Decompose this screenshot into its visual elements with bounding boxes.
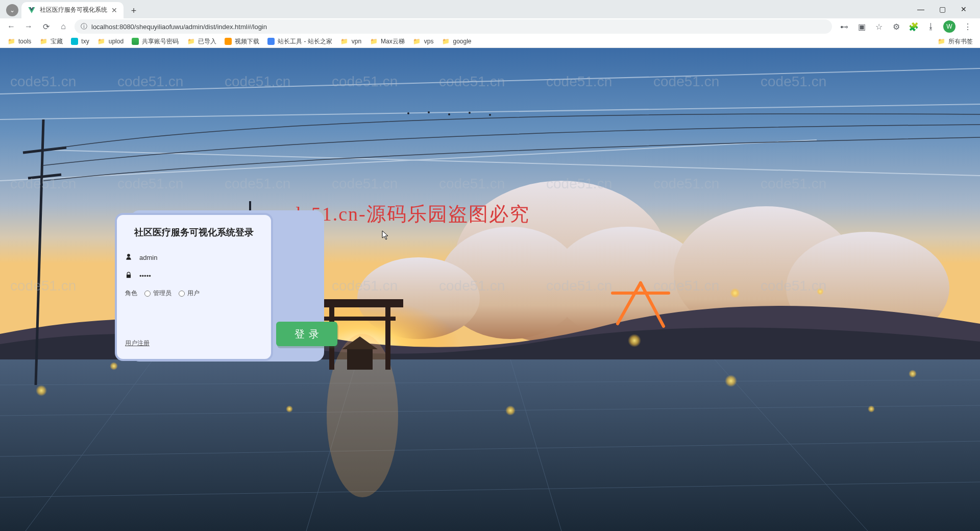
bookmark-item[interactable]: vps: [413, 37, 434, 45]
tab-title: 社区医疗服务可视化系统: [40, 6, 107, 14]
forward-icon[interactable]: →: [22, 20, 35, 33]
role-user-label: 用户: [187, 289, 200, 298]
login-card-front: 社区医疗服务可视化系统登录 角色 管理员: [115, 213, 273, 361]
folder-icon: [187, 37, 195, 45]
role-radio-user[interactable]: [179, 291, 185, 297]
address-bar[interactable]: ⓘ localhost:8080/shequyiliaofuwu/admin/d…: [75, 19, 832, 34]
bookmark-label: vps: [424, 38, 434, 45]
svg-point-31: [407, 112, 409, 114]
new-tab-button[interactable]: +: [127, 4, 141, 18]
folder-icon: [7, 37, 15, 45]
bookmark-item[interactable]: google: [442, 37, 471, 45]
role-admin-label: 管理员: [153, 289, 172, 298]
browser-tab[interactable]: 社区医疗服务可视化系统 ✕: [21, 2, 124, 18]
bookmark-item[interactable]: uplod: [97, 37, 124, 45]
svg-point-35: [489, 114, 491, 116]
folder-icon: [97, 37, 106, 45]
folder-icon: [442, 37, 450, 45]
extensions-icon[interactable]: ⚙: [891, 21, 901, 32]
close-window-icon[interactable]: ✕: [960, 5, 968, 13]
tab-group-chevron-icon[interactable]: ⌄: [6, 4, 18, 16]
window-controls: — ▢ ✕: [908, 0, 977, 18]
password-field: [125, 267, 263, 285]
reload-icon[interactable]: ⟳: [40, 20, 52, 33]
role-option-admin[interactable]: 管理员: [144, 289, 172, 298]
kebab-menu-icon[interactable]: ⋮: [963, 21, 973, 32]
app-icon: [71, 38, 78, 45]
login-button[interactable]: 登录: [276, 322, 337, 346]
username-field: [125, 248, 263, 267]
bookmark-item[interactable]: Max云梯: [370, 37, 405, 46]
folder-icon: [340, 37, 349, 45]
login-card: 社区医疗服务可视化系统登录 角色 管理员: [115, 210, 314, 364]
browser-chrome: ⌄ 社区医疗服务可视化系统 ✕ + — ▢ ✕ ← → ⟳ ⌂ ⓘ localh…: [0, 0, 980, 48]
vue-favicon-icon: [28, 6, 36, 14]
tab-strip: ⌄ 社区医疗服务可视化系统 ✕ + — ▢ ✕: [0, 0, 980, 18]
bookmark-label: vpn: [352, 38, 361, 45]
all-bookmarks-button[interactable]: 所有书签: [938, 37, 973, 46]
maximize-icon[interactable]: ▢: [938, 5, 946, 13]
svg-rect-12: [0, 359, 980, 531]
role-option-user[interactable]: 用户: [179, 289, 200, 298]
folder-icon: [413, 37, 421, 45]
url-text: localhost:8080/shequyiliaofuwu/admin/dis…: [91, 23, 267, 31]
app-icon: [132, 38, 139, 45]
bookmark-item[interactable]: 站长工具 - 站长之家: [267, 37, 332, 46]
user-icon: [125, 253, 133, 262]
svg-point-34: [469, 112, 471, 114]
home-icon[interactable]: ⌂: [57, 20, 69, 33]
folder-icon: [39, 37, 47, 45]
svg-point-32: [428, 111, 430, 113]
register-link[interactable]: 用户注册: [125, 339, 263, 348]
puzzle-icon[interactable]: 🧩: [909, 21, 919, 32]
folder-icon: [370, 37, 378, 45]
bookmark-item[interactable]: 共享账号密码: [132, 37, 179, 46]
svg-point-33: [448, 113, 450, 115]
profile-avatar[interactable]: W: [943, 20, 955, 33]
back-icon[interactable]: ←: [5, 20, 17, 33]
page-content: code51.cncode51.cncode51.cncode51.cncode…: [0, 48, 980, 531]
bookmark-item[interactable]: 已导入: [187, 37, 216, 46]
bookmark-label: txy: [81, 38, 89, 45]
login-title: 社区医疗服务可视化系统登录: [125, 226, 263, 239]
bookmark-label: 共享账号密码: [142, 37, 179, 46]
username-input[interactable]: [139, 254, 263, 261]
bookmark-item[interactable]: tools: [7, 37, 31, 45]
bookmark-label: 已导入: [198, 37, 216, 46]
bookmark-label: 视频下载: [235, 37, 259, 46]
role-radio-admin[interactable]: [144, 291, 151, 297]
star-icon[interactable]: ☆: [874, 21, 884, 32]
folder-icon: [938, 38, 945, 45]
role-row: 角色 管理员 用户: [125, 289, 263, 298]
bookmark-item[interactable]: 宝藏: [39, 37, 63, 46]
bookmarks-bar: tools宝藏txyuplod共享账号密码已导入视频下载站长工具 - 站长之家v…: [0, 35, 980, 47]
lock-icon: [125, 272, 133, 280]
bookmark-label: google: [453, 38, 471, 45]
all-bookmarks-label: 所有书签: [948, 37, 973, 46]
bookmark-item[interactable]: txy: [71, 38, 89, 45]
bookmark-label: uplod: [109, 38, 124, 45]
bookmark-label: tools: [18, 38, 31, 45]
password-key-icon[interactable]: ⊷: [839, 21, 849, 32]
app-icon: [267, 38, 275, 45]
nav-row: ← → ⟳ ⌂ ⓘ localhost:8080/shequyiliaofuwu…: [0, 18, 980, 36]
bookmark-label: 站长工具 - 站长之家: [278, 37, 332, 46]
lens-icon[interactable]: ▣: [856, 21, 867, 32]
bookmark-label: Max云梯: [381, 37, 405, 46]
bookmark-item[interactable]: vpn: [340, 37, 361, 45]
site-info-icon[interactable]: ⓘ: [81, 22, 87, 31]
minimize-icon[interactable]: —: [917, 5, 925, 13]
app-icon: [225, 38, 232, 45]
tab-close-icon[interactable]: ✕: [111, 6, 117, 14]
bookmark-label: 宝藏: [51, 37, 63, 46]
password-input[interactable]: [139, 272, 263, 280]
role-label: 角色: [125, 289, 137, 298]
download-icon[interactable]: ⭳: [926, 21, 936, 32]
toolbar-right: ⊷ ▣ ☆ ⚙ 🧩 ⭳ W ⋮: [837, 20, 975, 33]
bookmark-item[interactable]: 视频下载: [225, 37, 259, 46]
